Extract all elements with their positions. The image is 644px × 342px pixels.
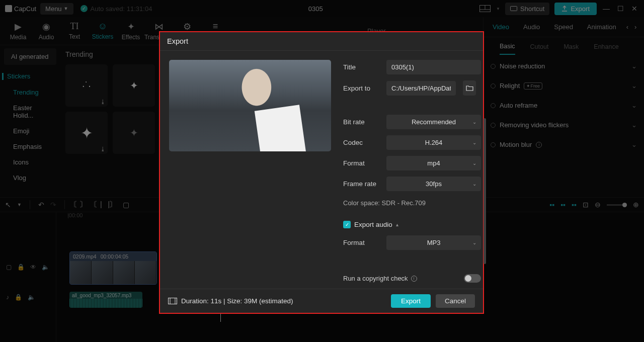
info-icon[interactable]: i [411,276,417,282]
copyright-toggle[interactable] [464,274,481,283]
export-form: Title Export to Bit rate Recommended⌄ Co… [343,60,481,279]
exportto-input[interactable] [386,81,456,96]
chevron-down-icon: ⌄ [472,140,476,145]
export-modal: Export Title Export to Bit rate Recommen… [159,31,484,314]
choose-folder-button[interactable] [463,80,476,96]
chevron-down-icon: ⌄ [472,119,476,125]
checkbox-checked-icon: ✓ [343,221,351,228]
chevron-down-icon: ⌄ [472,160,476,166]
modal-footer: Duration: 11s | Size: 39M (estimated) Ex… [160,289,483,313]
film-icon [168,298,177,304]
codec-select[interactable]: H.264⌄ [386,135,481,150]
cancel-button[interactable]: Cancel [436,294,475,308]
folder-icon [466,85,473,91]
export-confirm-button[interactable]: Export [391,294,431,308]
modal-title: Export [160,32,483,51]
label-audio-format: Format [343,239,381,246]
bitrate-select[interactable]: Recommended⌄ [386,115,481,129]
collapse-up-icon: ▴ [396,222,398,227]
svg-rect-4 [169,298,177,304]
format-select[interactable]: mp4⌄ [386,156,481,170]
label-bitrate: Bit rate [343,118,381,126]
label-codec: Codec [343,139,381,146]
framerate-select[interactable]: 30fps⌄ [386,177,481,191]
chevron-down-icon: ⌄ [472,181,476,187]
label-format: Format [343,159,381,167]
label-exportto: Export to [343,84,381,92]
colorspace-text: Color space: SDR - Rec.709 [343,197,481,208]
label-title: Title [343,63,381,71]
label-framerate: Frame rate [343,180,381,188]
footer-info: Duration: 11s | Size: 39M (estimated) [181,297,293,305]
export-preview [169,60,331,151]
chevron-down-icon: ⌄ [472,240,476,245]
copyright-label: Run a copyright check [343,275,408,282]
scrollbar[interactable] [484,118,486,264]
audio-format-select[interactable]: MP3⌄ [386,235,481,250]
title-input[interactable] [386,60,481,74]
export-audio-toggle[interactable]: ✓ Export audio ▴ [343,221,481,228]
